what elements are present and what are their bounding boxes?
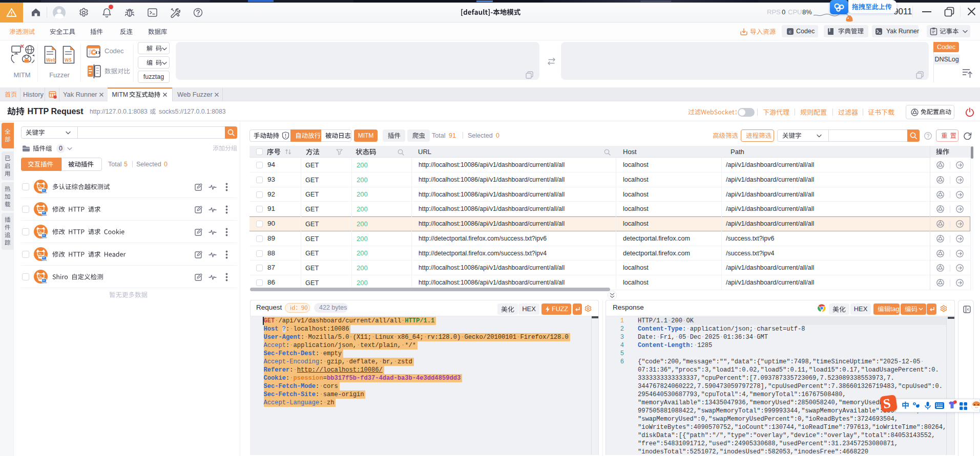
svg-text:c: c xyxy=(789,30,791,35)
